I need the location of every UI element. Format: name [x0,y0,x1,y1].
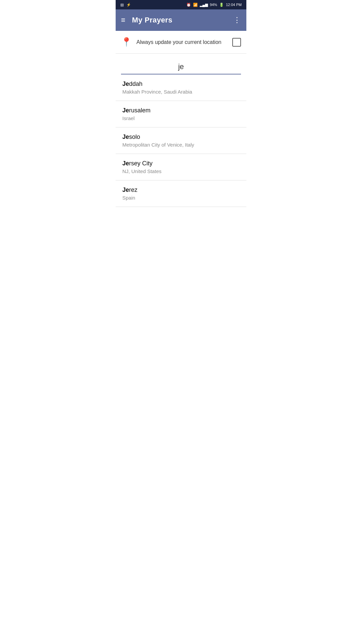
city-region: Metropolitan City of Venice, Italy [122,142,240,148]
city-region: Makkah Province, Saudi Arabia [122,89,240,95]
battery-percent: 94% [210,3,217,7]
city-region: Israel [122,115,240,121]
list-item[interactable]: JerusalemIsrael [116,101,246,127]
battery-icon: 🔋 [219,3,224,7]
list-item[interactable]: Jersey CityNJ, United States [116,154,246,180]
list-item[interactable]: JerezSpain [116,180,246,207]
menu-icon[interactable]: ≡ [121,16,125,24]
city-highlight: Je [122,133,129,140]
results-list: JeddahMakkah Province, Saudi ArabiaJerus… [116,74,246,207]
city-rest: rsey City [129,160,153,167]
alarm-icon: ⏰ [186,3,191,7]
location-pin-icon: 📍 [121,37,132,47]
wifi-icon: 📶 [193,3,198,7]
location-row: 📍 Always update your current location [116,31,246,54]
usb-icon: ⚡ [126,3,131,7]
time: 12:04 PM [226,3,242,7]
city-rest: rez [129,186,137,193]
signal-icon: ▂▄▆ [200,3,208,7]
city-rest: solo [129,133,140,140]
app-title: My Prayers [132,16,233,24]
city-rest: rusalem [129,107,150,114]
list-item[interactable]: JeddahMakkah Province, Saudi Arabia [116,74,246,101]
status-bar: ▤ ⚡ ⏰ 📶 ▂▄▆ 94% 🔋 12:04 PM [116,0,246,9]
city-highlight: Je [122,80,129,87]
city-rest: ddah [129,80,142,87]
message-icon: ▤ [120,3,124,7]
location-checkbox[interactable] [232,38,241,47]
search-container [116,54,246,74]
status-bar-right: ⏰ 📶 ▂▄▆ 94% 🔋 12:04 PM [186,3,242,7]
list-item[interactable]: JesoloMetropolitan City of Venice, Italy [116,127,246,154]
location-text: Always update your current location [136,39,232,45]
more-icon[interactable]: ⋮ [233,16,241,24]
city-region: NJ, United States [122,168,240,174]
city-region: Spain [122,195,240,201]
city-highlight: Je [122,160,129,167]
city-highlight: Je [122,186,129,193]
status-bar-left: ▤ ⚡ [120,3,131,7]
city-highlight: Je [122,107,129,114]
search-input[interactable] [121,60,241,74]
app-bar: ≡ My Prayers ⋮ [116,9,246,31]
